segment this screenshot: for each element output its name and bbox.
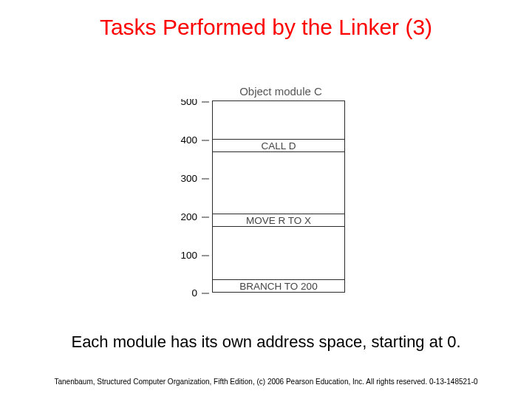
addr-400: 400 (180, 134, 197, 146)
module-row: CALL D (213, 140, 344, 152)
module-row: BRANCH TO 200 (213, 280, 344, 293)
addr-0: 0 (191, 287, 197, 299)
module-diagram: Object module C 500 400 300 200 100 0 CA… (174, 85, 358, 293)
module-title: Object module C (203, 85, 358, 98)
addr-100: 100 (180, 250, 197, 261)
module-row: MOVE R TO X (213, 214, 344, 227)
addr-500: 500 (180, 99, 197, 107)
module-body: CALL D MOVE R TO X BRANCH TO 200 (212, 100, 345, 293)
slide-caption: Each module has its own address space, s… (0, 332, 532, 352)
module-row (213, 152, 344, 214)
module-row (213, 227, 344, 280)
module-row (213, 101, 344, 140)
slide: Tasks Performed by the Linker (3) Object… (0, 0, 532, 399)
addr-200: 200 (180, 211, 197, 222)
slide-title: Tasks Performed by the Linker (3) (0, 15, 532, 40)
address-axis: 500 400 300 200 100 0 (169, 99, 211, 299)
addr-300: 300 (180, 173, 197, 184)
slide-footer: Tanenbaum, Structured Computer Organizat… (0, 378, 532, 386)
